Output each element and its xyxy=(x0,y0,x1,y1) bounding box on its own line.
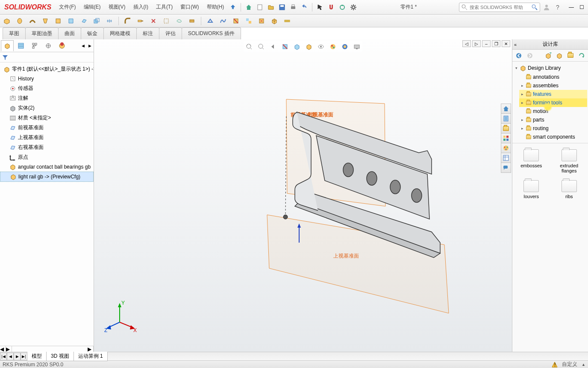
magnet-icon[interactable] xyxy=(326,3,336,12)
surface-extrude-icon[interactable] xyxy=(2,16,12,26)
tab-addins[interactable]: SOLIDWORKS 插件 xyxy=(182,27,241,39)
surface-extend-icon[interactable] xyxy=(135,16,146,26)
measure-icon[interactable] xyxy=(282,16,292,26)
menu-help[interactable]: 帮助(H) xyxy=(203,2,228,12)
menu-file[interactable]: 文件(F) xyxy=(56,2,79,12)
tab-model[interactable]: 模型 xyxy=(27,352,47,361)
lib-item[interactable]: louvers xyxy=(516,180,547,199)
tree-item[interactable]: A注解 xyxy=(0,93,94,103)
surface-knit-icon[interactable] xyxy=(174,16,184,26)
lib-item[interactable]: extruded flanges xyxy=(554,149,585,173)
tree-root[interactable]: 零件1 (默认<<默认>_显示状态 1>) -> xyxy=(0,64,94,74)
save-icon[interactable] xyxy=(277,3,287,12)
property-tab[interactable] xyxy=(15,40,27,51)
tree-item[interactable]: History xyxy=(0,74,94,83)
zoom-fit-icon[interactable] xyxy=(244,42,254,51)
lib-folder[interactable]: ▸assemblies xyxy=(519,81,587,90)
lib-addfile-icon[interactable] xyxy=(555,51,564,60)
tab-first-icon[interactable]: |◀ xyxy=(0,353,7,360)
surface-planar-icon[interactable] xyxy=(79,16,89,26)
lib-newfolder-icon[interactable] xyxy=(566,51,575,60)
open-icon[interactable] xyxy=(266,3,276,12)
menu-tools[interactable]: 工具(T) xyxy=(153,2,176,12)
collapse-panel-icon[interactable]: « xyxy=(514,42,517,47)
home-icon[interactable] xyxy=(244,3,253,12)
tab-3dview[interactable]: 3D 视图 xyxy=(46,352,74,361)
tab-sketch-ink[interactable]: 草图油墨 xyxy=(25,27,59,39)
tree-item[interactable]: 上视基准面 xyxy=(0,133,94,142)
panel-left-arrow[interactable]: ◀ xyxy=(80,40,86,51)
tree-item[interactable]: 材质 <未指定> xyxy=(0,113,94,123)
replace-face-icon[interactable] xyxy=(244,16,254,26)
tree-item[interactable]: 原点 xyxy=(0,152,94,162)
zoom-area-icon[interactable] xyxy=(256,42,266,51)
display-style-icon[interactable] xyxy=(304,42,314,51)
select-icon[interactable] xyxy=(315,3,325,12)
appearance-icon[interactable] xyxy=(328,42,338,51)
taskpane-designlib-icon[interactable] xyxy=(501,113,511,124)
tree-item[interactable]: light rail gb -> (PreviewCfg) xyxy=(0,172,94,182)
tab-last-icon[interactable]: ▶| xyxy=(21,353,27,360)
feature-tree-tab[interactable] xyxy=(1,40,14,51)
vp-max-icon[interactable]: ❐ xyxy=(492,40,500,47)
surface-offset-icon[interactable] xyxy=(91,16,102,26)
cut-surface-icon[interactable] xyxy=(231,16,241,26)
vp-min-icon[interactable]: – xyxy=(482,40,491,47)
lib-folder[interactable]: smart components xyxy=(519,133,587,141)
tab-annotate[interactable]: 标注 xyxy=(136,27,159,39)
instant3d-icon[interactable] xyxy=(269,16,279,26)
scene-icon[interactable] xyxy=(340,42,350,51)
prev-view-icon[interactable] xyxy=(268,42,278,51)
tab-mesh[interactable]: 网格建模 xyxy=(103,27,137,39)
config-tab[interactable] xyxy=(28,40,41,51)
tree-item[interactable]: 前视基准面 xyxy=(0,123,94,133)
surface-boundary-icon[interactable] xyxy=(53,16,63,26)
tree-item[interactable]: 右视基准面 xyxy=(0,142,94,152)
surface-loft-icon[interactable] xyxy=(40,16,50,26)
lib-folder[interactable]: annotations xyxy=(519,73,587,81)
taskpane-appearance-icon[interactable] xyxy=(501,143,511,153)
tree-item[interactable]: 实体(2) xyxy=(0,103,94,113)
taskpane-forum-icon[interactable] xyxy=(501,163,511,173)
surface-sweep-icon[interactable] xyxy=(27,16,38,26)
lib-root[interactable]: ▾ Design Library xyxy=(513,63,587,73)
search-go-icon[interactable] xyxy=(531,4,538,11)
lib-folder[interactable]: ▸features xyxy=(519,90,587,98)
rebuild-icon[interactable] xyxy=(338,3,347,12)
delete-face-icon[interactable] xyxy=(256,16,267,26)
taskpane-props-icon[interactable] xyxy=(501,153,511,163)
tab-surface[interactable]: 曲面 xyxy=(58,27,81,39)
lib-item[interactable]: embosses xyxy=(516,149,547,173)
orientation-triad[interactable]: Y X Z xyxy=(103,299,137,333)
tab-next-icon[interactable]: ▶ xyxy=(14,353,21,360)
pin-icon[interactable] xyxy=(228,2,238,12)
taskpane-home-icon[interactable] xyxy=(501,104,511,114)
status-arrow-icon[interactable]: ▲ xyxy=(582,362,585,367)
surface-fill-icon[interactable] xyxy=(66,16,76,26)
vp-prev-icon[interactable]: ◁ xyxy=(462,40,471,47)
maximize-icon[interactable]: ☐ xyxy=(577,3,586,12)
tab-sketch[interactable]: 草图 xyxy=(3,27,26,39)
options-icon[interactable] xyxy=(349,3,358,12)
section-view-icon[interactable] xyxy=(280,42,290,51)
lib-folder[interactable]: ▸parts xyxy=(519,116,587,124)
help-search[interactable] xyxy=(459,3,540,12)
reference-geom-icon[interactable] xyxy=(205,16,215,26)
dimxpert-tab[interactable] xyxy=(42,40,55,51)
lib-back-icon[interactable] xyxy=(514,51,523,60)
vp-next-icon[interactable]: ▷ xyxy=(472,40,481,47)
taskpane-palette-icon[interactable] xyxy=(501,133,511,143)
surface-revolve-icon[interactable] xyxy=(15,16,25,26)
taskpane-explorer-icon[interactable] xyxy=(501,123,511,134)
search-input[interactable] xyxy=(470,5,529,10)
tab-motion-study[interactable]: 运动算例 1 xyxy=(74,352,108,361)
lib-folder[interactable]: motion xyxy=(519,107,587,116)
user-icon[interactable] xyxy=(542,3,551,12)
view-settings-icon[interactable] xyxy=(352,42,362,51)
filter-icon[interactable] xyxy=(2,54,9,61)
curves-icon[interactable] xyxy=(218,16,228,26)
lib-refresh-icon[interactable] xyxy=(577,51,586,60)
surface-ruled-icon[interactable] xyxy=(104,16,115,26)
new-doc-icon[interactable] xyxy=(255,3,265,12)
surface-untrim-icon[interactable] xyxy=(161,16,171,26)
